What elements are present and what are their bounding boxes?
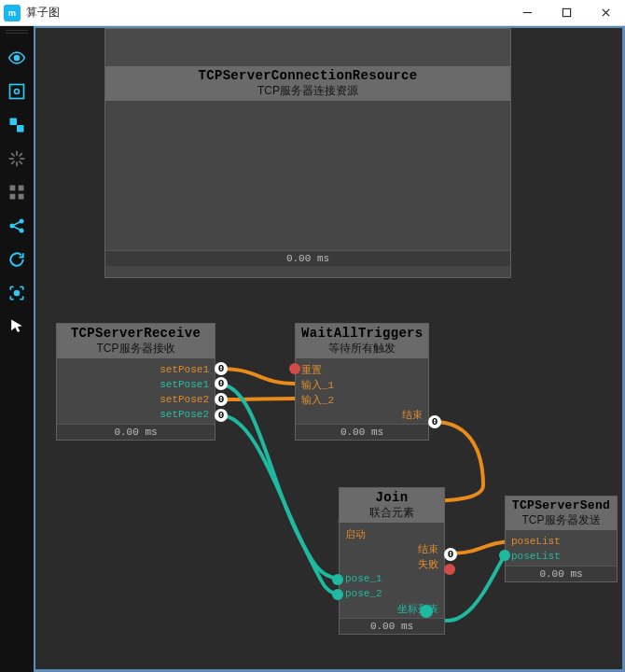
svg-line-14 — [20, 161, 22, 164]
svg-line-24 — [14, 222, 21, 225]
port-dot[interactable]: 0 — [215, 409, 228, 422]
port-dot[interactable]: 0 — [444, 548, 457, 561]
node-title: WaitAllTriggers — [301, 326, 423, 341]
node-title: TCPServerSend — [511, 498, 611, 512]
detect-icon[interactable] — [2, 78, 32, 105]
node-title: TCPServerReceive — [62, 326, 209, 341]
svg-rect-19 — [10, 194, 16, 200]
node-timing: 0.00 ms — [506, 566, 617, 581]
minimize-button[interactable] — [507, 0, 547, 26]
output-port[interactable]: 结束 — [296, 407, 428, 422]
node-header: TCPServerConnectionResource TCP服务器连接资源 — [105, 66, 510, 101]
port-dot[interactable]: 0 — [215, 393, 228, 406]
node-subtitle: 联合元素 — [345, 505, 438, 521]
port-dot[interactable]: 0 — [215, 377, 228, 390]
capture-icon[interactable] — [2, 280, 32, 306]
close-button[interactable] — [586, 0, 625, 26]
input-port[interactable]: pose_1 — [340, 571, 444, 586]
svg-point-26 — [15, 291, 20, 296]
input-port[interactable]: poseList — [506, 534, 617, 549]
link-icon[interactable] — [2, 112, 32, 138]
app-icon: m — [4, 5, 21, 21]
svg-line-15 — [11, 161, 14, 164]
svg-line-25 — [14, 227, 21, 230]
node-body — [105, 101, 510, 250]
output-port[interactable]: 结束 — [340, 541, 444, 556]
port-dot[interactable] — [332, 589, 343, 600]
input-port[interactable]: 输入_2 — [296, 392, 428, 407]
svg-line-13 — [11, 153, 14, 156]
eye-icon[interactable] — [2, 45, 32, 71]
input-port[interactable]: 输入_1 — [296, 377, 428, 392]
grid-icon[interactable] — [2, 179, 32, 205]
node-wait-all-triggers[interactable]: WaitAllTriggers 等待所有触发 重置 输入_1 输入_2 结束 0… — [295, 323, 429, 441]
share-icon[interactable] — [2, 213, 32, 239]
output-port[interactable]: setPose2 — [57, 392, 215, 407]
port-dot[interactable] — [289, 363, 300, 374]
node-tcp-resource[interactable]: TCPServerConnectionResource TCP服务器连接资源 0… — [104, 28, 511, 278]
port-dot[interactable]: 0 — [428, 415, 441, 428]
input-port[interactable]: 重置 — [296, 362, 428, 377]
snap-icon[interactable] — [2, 146, 32, 172]
output-port[interactable]: 失败 — [340, 556, 444, 571]
svg-rect-1 — [562, 8, 570, 16]
port-dot[interactable]: 0 — [215, 362, 228, 375]
port-dot[interactable] — [444, 564, 455, 575]
output-port[interactable]: setPose2 — [57, 407, 215, 422]
maximize-button[interactable] — [547, 0, 586, 26]
output-port[interactable]: setPose1 — [57, 377, 215, 392]
svg-line-16 — [20, 153, 22, 156]
node-subtitle: TCP服务器连接资源 — [111, 83, 505, 99]
node-subtitle: TCP服务器接收 — [62, 341, 209, 357]
port-dot[interactable] — [499, 550, 510, 561]
input-port[interactable]: poseList — [506, 549, 617, 564]
svg-point-4 — [15, 56, 20, 61]
svg-point-6 — [15, 90, 20, 94]
node-timing: 0.00 ms — [105, 250, 510, 266]
graph-canvas[interactable]: TCPServerConnectionResource TCP服务器连接资源 0… — [34, 26, 625, 672]
node-subtitle: TCP服务器发送 — [511, 512, 611, 528]
input-port[interactable]: 启动 — [340, 526, 444, 541]
svg-rect-7 — [10, 119, 18, 126]
svg-point-21 — [10, 224, 13, 227]
node-title: TCPServerConnectionResource — [111, 68, 505, 83]
node-subtitle: 等待所有触发 — [301, 341, 423, 357]
svg-rect-18 — [19, 186, 24, 191]
title-bar: m 算子图 — [0, 0, 625, 26]
node-timing: 0.00 ms — [57, 424, 215, 440]
toolbar — [0, 26, 34, 672]
svg-rect-5 — [10, 85, 24, 99]
node-timing: 0.00 ms — [340, 618, 444, 634]
node-title: Join — [345, 490, 438, 505]
main-area: TCPServerConnectionResource TCP服务器连接资源 0… — [0, 26, 625, 672]
cursor-icon[interactable] — [2, 314, 32, 340]
window-title: 算子图 — [26, 5, 507, 21]
refresh-icon[interactable] — [2, 246, 32, 273]
output-port[interactable]: setPose1 — [57, 362, 215, 377]
port-dot[interactable] — [332, 574, 343, 585]
node-tcp-receive[interactable]: TCPServerReceive TCP服务器接收 setPose1 setPo… — [56, 323, 215, 441]
node-timing: 0.00 ms — [296, 424, 428, 440]
svg-rect-17 — [10, 186, 16, 191]
port-dot[interactable] — [420, 605, 433, 618]
node-tcp-send[interactable]: TCPServerSend TCP服务器发送 poseList poseList… — [505, 496, 618, 582]
svg-rect-20 — [19, 194, 24, 200]
svg-point-23 — [20, 229, 22, 231]
svg-rect-8 — [17, 125, 24, 133]
input-port[interactable]: pose_2 — [340, 586, 444, 601]
drag-handle-icon[interactable] — [6, 30, 28, 34]
svg-point-22 — [20, 219, 22, 222]
